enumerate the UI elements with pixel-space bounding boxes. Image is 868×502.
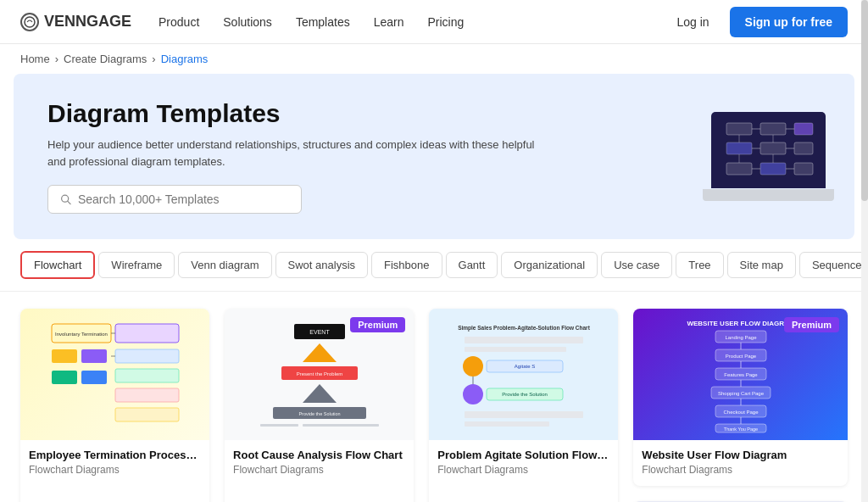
svg-rect-27 xyxy=(81,371,107,384)
svg-text:Landing Page: Landing Page xyxy=(725,335,757,340)
flowchart-preview-2: EVENT Present the Problem Provide the So… xyxy=(256,320,383,430)
svg-text:Checkout Page: Checkout Page xyxy=(723,410,759,415)
svg-text:Agitate S: Agitate S xyxy=(515,364,535,369)
laptop-base xyxy=(703,189,834,201)
filter-flowchart[interactable]: Flowchart xyxy=(20,251,95,279)
card-sub-2: Flowchart Diagrams xyxy=(233,464,405,476)
svg-rect-56 xyxy=(465,421,549,427)
filter-sequence[interactable]: Sequence xyxy=(799,252,868,278)
card-title-1: Employee Termination Process Flow... xyxy=(29,449,201,461)
svg-rect-44 xyxy=(303,424,379,427)
flowchart-preview-4: WEBSITE USER FLOW DIAGRAM Landing Page P… xyxy=(665,315,817,434)
card-sub-1: Flowchart Diagrams xyxy=(29,464,201,476)
svg-rect-55 xyxy=(465,411,583,418)
card-info-2: Root Cause Analysis Flow Chart Flowchart… xyxy=(225,440,414,486)
svg-marker-37 xyxy=(303,343,337,362)
logo[interactable]: VENNGAGE xyxy=(20,13,131,31)
card-title-2: Root Cause Analysis Flow Chart xyxy=(233,449,405,461)
breadcrumb-create[interactable]: Create Diagrams xyxy=(64,53,147,65)
svg-rect-5 xyxy=(794,123,813,135)
svg-line-2 xyxy=(68,201,70,204)
hero-screen xyxy=(711,112,826,188)
svg-rect-8 xyxy=(726,142,752,154)
diagram-illustration xyxy=(718,119,820,182)
hero-illustration xyxy=(703,112,834,201)
filter-sitemap[interactable]: Site map xyxy=(727,252,796,278)
svg-text:Simple Sales Problem-Agitate-S: Simple Sales Problem-Agitate-Solution Fl… xyxy=(458,325,590,332)
svg-point-48 xyxy=(463,356,483,376)
svg-rect-30 xyxy=(115,369,179,382)
svg-text:Shopping Cart Page: Shopping Cart Page xyxy=(718,391,765,396)
svg-marker-40 xyxy=(303,384,337,403)
breadcrumb: Home › Create Diagrams › Diagrams xyxy=(0,44,868,74)
login-button[interactable]: Log in xyxy=(666,8,719,36)
search-icon xyxy=(60,193,71,205)
filter-gantt[interactable]: Gantt xyxy=(446,252,498,278)
nav-links: Product Solutions Templates Learn Pricin… xyxy=(159,15,464,29)
flowchart-preview-3: Simple Sales Problem-Agitate-Solution Fl… xyxy=(456,320,592,430)
nav-product[interactable]: Product xyxy=(159,15,199,29)
breadcrumb-sep1: › xyxy=(55,53,58,65)
card-info-4: Website User Flow Diagram Flowchart Diag… xyxy=(633,440,848,486)
filter-wireframe[interactable]: Wireframe xyxy=(98,252,175,278)
card-problem-agitate[interactable]: Simple Sales Problem-Agitate-Solution Fl… xyxy=(429,309,618,502)
card-website-user-flow[interactable]: Premium WEBSITE USER FLOW DIAGRAM Landin… xyxy=(633,309,848,486)
nav-templates[interactable]: Templates xyxy=(296,15,350,29)
hero-section: Diagram Templates Help your audience bet… xyxy=(14,74,854,239)
right-col: Premium WEBSITE USER FLOW DIAGRAM Landin… xyxy=(633,309,848,502)
svg-rect-15 xyxy=(794,163,813,175)
svg-rect-31 xyxy=(115,388,179,402)
card-title-3: Problem Agitate Solution Flow Chart... xyxy=(437,449,609,461)
card-root-cause[interactable]: Premium EVENT Present the Problem Provid… xyxy=(225,309,414,502)
filter-fishbone[interactable]: Fishbone xyxy=(371,252,442,278)
svg-rect-32 xyxy=(115,408,179,421)
svg-rect-14 xyxy=(760,163,786,175)
svg-text:Thank You Page: Thank You Page xyxy=(723,427,757,432)
logo-icon xyxy=(20,13,39,31)
filter-usecase[interactable]: Use case xyxy=(601,252,672,278)
card-employee-termination[interactable]: Involuntary Termination Employee Termina… xyxy=(20,309,209,502)
svg-rect-47 xyxy=(465,347,566,352)
svg-rect-4 xyxy=(760,123,786,135)
hero-title: Diagram Templates xyxy=(47,99,703,128)
svg-text:Features Page: Features Page xyxy=(724,372,758,377)
nav-solutions[interactable]: Solutions xyxy=(223,15,272,29)
search-input[interactable] xyxy=(78,192,289,206)
scrollbar-track[interactable] xyxy=(861,0,868,502)
svg-rect-28 xyxy=(115,324,179,343)
logo-svg xyxy=(24,16,36,28)
svg-text:Present the Problem: Present the Problem xyxy=(296,371,342,376)
card-thumb-2: Premium EVENT Present the Problem Provid… xyxy=(225,309,414,440)
svg-rect-13 xyxy=(726,163,752,175)
filter-swot[interactable]: Swot analysis xyxy=(275,252,368,278)
scrollbar-thumb[interactable] xyxy=(861,0,868,201)
premium-badge-2: Premium xyxy=(350,317,405,332)
card-info-1: Employee Termination Process Flow... Flo… xyxy=(20,440,209,486)
svg-rect-43 xyxy=(260,424,298,427)
breadcrumb-home[interactable]: Home xyxy=(20,53,50,65)
card-thumb-3: Simple Sales Problem-Agitate-Solution Fl… xyxy=(429,309,618,440)
svg-rect-26 xyxy=(52,371,77,384)
hero-search-box[interactable] xyxy=(47,185,302,214)
navbar: VENNGAGE Product Solutions Templates Lea… xyxy=(0,0,868,44)
filter-organizational[interactable]: Organizational xyxy=(501,252,598,278)
card-thumb-1: Involuntary Termination xyxy=(20,309,209,440)
svg-point-0 xyxy=(25,17,35,27)
card-title-4: Website User Flow Diagram xyxy=(642,449,839,461)
card-thumb-4: Premium WEBSITE USER FLOW DIAGRAM Landin… xyxy=(633,309,848,440)
filter-bar: Flowchart Wireframe Venn diagram Swot an… xyxy=(0,239,868,292)
navbar-left: VENNGAGE Product Solutions Templates Lea… xyxy=(20,13,464,31)
nav-pricing[interactable]: Pricing xyxy=(428,15,465,29)
svg-text:Product Page: Product Page xyxy=(725,354,756,359)
breadcrumb-current: Diagrams xyxy=(161,53,209,65)
brand-name: VENNGAGE xyxy=(44,13,131,31)
signup-button[interactable]: Sign up for free xyxy=(730,7,848,37)
breadcrumb-sep2: › xyxy=(152,53,155,65)
filter-tree[interactable]: Tree xyxy=(676,252,723,278)
svg-rect-10 xyxy=(794,142,813,154)
nav-learn[interactable]: Learn xyxy=(374,15,404,29)
svg-rect-9 xyxy=(760,142,786,154)
card-grid: Involuntary Termination Employee Termina… xyxy=(0,292,868,502)
flowchart-preview-1: Involuntary Termination xyxy=(47,320,183,430)
filter-venn[interactable]: Venn diagram xyxy=(178,252,271,278)
